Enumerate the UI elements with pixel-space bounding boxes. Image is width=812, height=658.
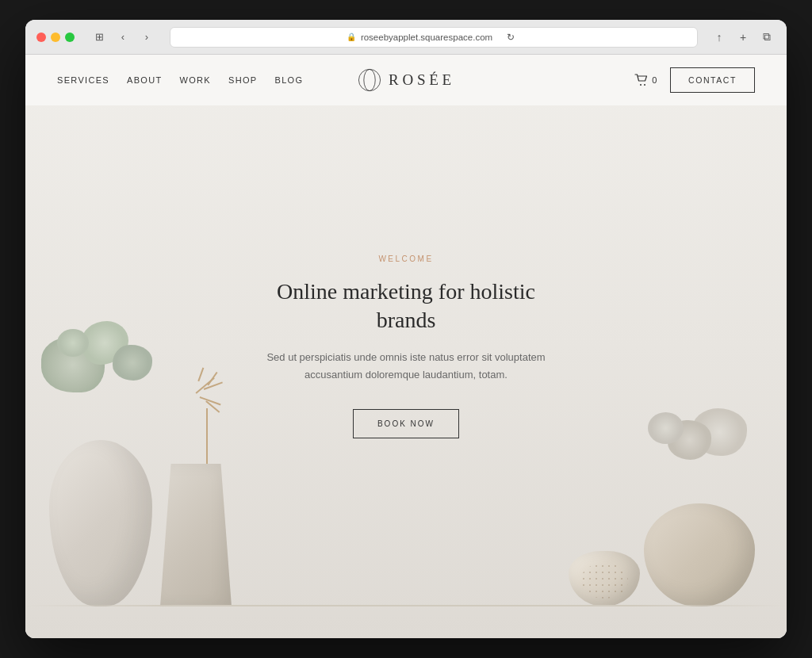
nav-logo[interactable]: ROSÉE [357, 67, 455, 93]
hero-welcome-label: WELCOME [247, 254, 565, 263]
nav-work[interactable]: WORK [180, 75, 212, 85]
cart-icon [634, 74, 649, 86]
minimize-button[interactable] [51, 33, 60, 42]
logo-circle-icon [357, 67, 382, 93]
book-now-button[interactable]: BOOK NOW [353, 409, 459, 438]
svg-point-2 [640, 84, 642, 86]
nav-about[interactable]: ABOUT [127, 75, 163, 85]
cart-button[interactable]: 0 [634, 74, 657, 86]
svg-point-1 [364, 69, 375, 90]
contact-button[interactable]: CONTACT [670, 67, 755, 93]
title-bar-right: ↑ + ⧉ [710, 29, 776, 46]
hero-text-block: WELCOME Online marketing for holistic br… [247, 254, 565, 439]
traffic-lights [36, 33, 75, 42]
nav-left: SERVICES ABOUT WORK SHOP BLOG [57, 75, 406, 85]
lock-icon: 🔒 [347, 33, 356, 41]
logo-text: ROSÉE [389, 71, 455, 89]
hero-headline: Online marketing for holistic brands [247, 277, 565, 335]
url-text: roseebyapplet.squarespace.com [361, 33, 492, 42]
new-tab-button[interactable]: + [734, 29, 752, 46]
nav-services[interactable]: SERVICES [57, 75, 109, 85]
close-button[interactable] [36, 33, 46, 42]
svg-point-0 [358, 69, 380, 90]
hero-section: WELCOME Online marketing for holistic br… [25, 55, 787, 638]
site-content: SERVICES ABOUT WORK SHOP BLOG ROSÉE [25, 55, 787, 638]
back-button[interactable]: ‹ [113, 29, 133, 45]
nav-shop[interactable]: SHOP [228, 75, 257, 85]
svg-point-3 [644, 84, 645, 86]
hero-subtext: Sed ut perspiciatis unde omnis iste natu… [247, 349, 565, 384]
reload-button[interactable]: ↻ [500, 29, 521, 45]
share-button[interactable]: ↑ [710, 29, 728, 46]
maximize-button[interactable] [65, 33, 75, 42]
address-bar[interactable]: 🔒 roseebyapplet.squarespace.com ↻ [170, 27, 698, 48]
forward-button[interactable]: › [136, 29, 157, 45]
sidebar-toggle-button[interactable]: ⊞ [89, 29, 109, 45]
tabs-button[interactable]: ⧉ [758, 29, 776, 46]
mac-window: ⊞ ‹ › 🔒 roseebyapplet.squarespace.com ↻ … [25, 20, 787, 638]
title-bar: ⊞ ‹ › 🔒 roseebyapplet.squarespace.com ↻ … [25, 20, 787, 55]
nav-controls: ⊞ ‹ › [89, 29, 157, 45]
site-nav: SERVICES ABOUT WORK SHOP BLOG ROSÉE [25, 55, 787, 105]
nav-right: 0 CONTACT [406, 67, 755, 93]
cart-count: 0 [652, 75, 657, 85]
nav-blog[interactable]: BLOG [274, 75, 303, 85]
